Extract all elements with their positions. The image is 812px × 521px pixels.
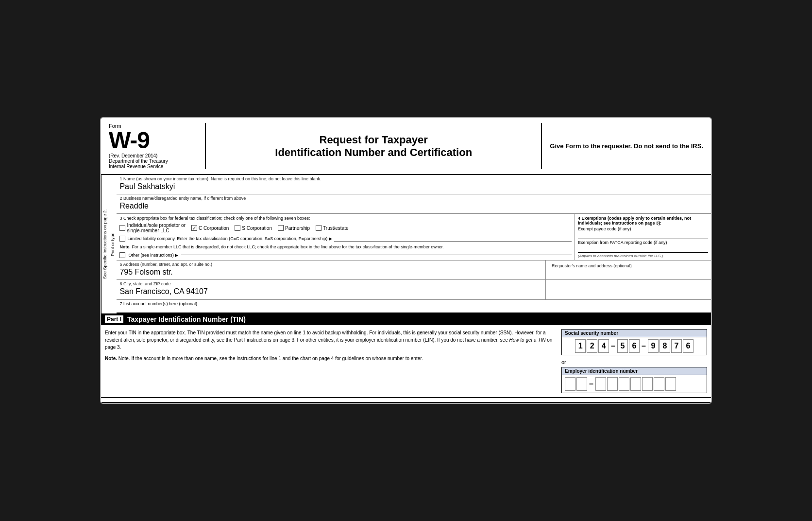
checkbox-c-corp-label: C Corporation [199,226,229,231]
checkbox-s-corp-label: S Corporation [242,226,272,231]
ein-digit-4[interactable] [607,377,618,391]
checkbox-individual[interactable]: Individual/sole proprietor orsingle-memb… [119,223,186,233]
checkbox-partnership-label: Partnership [285,226,310,231]
form-rev: (Rev. December 2014) [109,153,197,158]
llc-text: Limited liability company. Enter the tax… [127,236,332,241]
classification-row: 3 Check appropriate box for federal tax … [117,214,711,260]
ssn-digit-1[interactable]: 1 [575,339,586,353]
requester-value-section[interactable] [546,280,711,299]
ein-label: Employer identification number [562,367,707,375]
checkbox-llc-box[interactable] [119,236,125,242]
checkbox-individual-box[interactable] [119,225,125,231]
ssn-digit-7[interactable]: 8 [660,339,670,353]
form-title-line2: Identification Number and Certification [275,146,472,159]
part-i-body: Enter your TIN in the appropriate box. T… [101,325,711,398]
ein-digit-6[interactable] [630,377,641,391]
form-title-section: Request for Taxpayer Identification Numb… [206,123,541,169]
ein-digit-9[interactable] [665,377,676,391]
ein-box: Employer identification number – [561,367,707,393]
other-line[interactable] [181,255,572,255]
form-header: Form W-9 (Rev. December 2014) Department… [101,118,711,175]
part-i-tin-boxes: Social security number 1 2 4 – 5 6 – 9 8… [561,329,707,393]
fatca-line[interactable] [578,246,708,253]
ssn-digit-4[interactable]: 5 [617,339,628,353]
field1-row: 1 Name (as shown on your income tax retu… [117,175,711,194]
ein-digits-row: – [562,375,707,393]
field6-value[interactable]: San Francisco, CA 94107 [117,286,545,299]
ssn-digit-3[interactable]: 4 [598,339,609,353]
field5-value[interactable]: 795 Folsom str. [117,267,545,279]
note-bold: Note. [119,244,131,249]
ssn-digit-2[interactable]: 2 [587,339,597,353]
checkbox-other-box[interactable] [119,252,125,258]
bottom-line [101,402,711,403]
field2-row: 2 Business name/disregarded entity name,… [117,194,711,214]
or-text: or [561,359,707,365]
part-i-note-bold: Note. [105,356,117,361]
part-i-note-text: Note. If the account is in more than one… [118,356,423,361]
ein-digit-7[interactable] [642,377,653,391]
part-i-how-to: How to get a TIN [509,337,545,343]
part-i-title: Taxpayer Identification Number (TIN) [127,315,246,323]
ein-digit-8[interactable] [654,377,664,391]
classification-header: 3 Check appropriate box for federal tax … [119,216,572,221]
applies-note: (Applies to accounts maintained outside … [578,254,708,258]
field2-value[interactable]: Readdle [117,201,711,213]
checkbox-s-corp-box[interactable] [235,225,240,231]
ssn-digit-6[interactable]: 9 [648,339,659,353]
field7-label: 7 List account number(s) here (optional) [119,301,197,306]
field1-value[interactable]: Paul Sakhatskyi [117,181,711,194]
other-row: Other (see instructions) ▶ [119,252,572,258]
ssn-dash-2: – [641,342,647,350]
form-number: W-9 [109,129,197,152]
exemptions-section: 4 Exemptions (codes apply only to certai… [575,214,711,260]
part-i-header: Part I Taxpayer Identification Number (T… [101,313,711,325]
field7-row: 7 List account number(s) here (optional) [117,300,711,313]
ein-digit-2[interactable] [576,377,587,391]
form-body: See Specific Instructions on page 2. Pri… [101,175,711,313]
ein-digit-1[interactable] [565,377,575,391]
side-label: See Specific Instructions on page 2. Pri… [101,175,117,313]
side-label-line2: See Specific Instructions on page 2. [102,178,108,311]
field6-row: 6 City, state, and ZIP code San Francisc… [117,280,711,300]
ssn-digit-9[interactable]: 6 [683,339,694,353]
other-text: Other (see instructions) ▶ [128,253,178,258]
ssn-digit-5[interactable]: 6 [629,339,640,353]
field1-label: 1 Name (as shown on your income tax retu… [117,175,711,181]
exempt-payee-line[interactable] [578,232,708,239]
part-i-label: Part I [105,315,123,323]
checkbox-c-corp[interactable]: ✓ C Corporation [191,225,229,231]
part-i-note: Note. Note. If the account is in more th… [105,355,554,362]
ein-dash: – [588,380,594,388]
field2-label: 2 Business name/disregarded entity name,… [117,194,711,201]
ein-digit-3[interactable] [595,377,606,391]
checkbox-c-corp-box[interactable]: ✓ [191,225,197,231]
note-text: For a single-member LLC that is disregar… [132,244,443,249]
part-i-instructions-text: Enter your TIN in the appropriate box. T… [105,330,546,343]
field6-left: 6 City, state, and ZIP code San Francisc… [117,280,546,299]
ein-digit-5[interactable] [619,377,629,391]
checkbox-individual-label: Individual/sole proprietor orsingle-memb… [127,223,186,233]
form-dept1: Department of the Treasury [109,158,197,164]
checkbox-s-corp[interactable]: S Corporation [235,225,272,231]
field5-left: 5 Address (number, street, and apt. or s… [117,260,546,279]
note-row: Note. For a single-member LLC that is di… [119,244,572,250]
llc-row: Limited liability company. Enter the tax… [119,235,572,242]
checkbox-trust-box[interactable] [316,225,321,231]
side-label-line1: Print or type [110,178,116,311]
field5-row: 5 Address (number, street, and apt. or s… [117,260,711,280]
exemptions-header: 4 Exemptions (codes apply only to certai… [578,216,708,226]
field6-label: 6 City, state, and ZIP code [117,280,545,286]
form-dept2: Internal Revenue Service [109,164,197,169]
fatca-label: Exemption from FATCA reporting code (if … [578,240,667,245]
checkbox-partnership[interactable]: Partnership [278,225,310,231]
ssn-digit-8[interactable]: 7 [671,339,682,353]
part-i-instructions: Enter your TIN in the appropriate box. T… [105,329,554,393]
ssn-dash-1: – [610,342,616,350]
part-i-para1: Enter your TIN in the appropriate box. T… [105,329,554,351]
llc-line[interactable] [334,235,572,242]
checkbox-trust[interactable]: Trust/estate [316,225,348,231]
checkbox-trust-label: Trust/estate [323,226,348,231]
requester-section: Requester's name and address (optional) [546,260,711,279]
checkbox-partnership-box[interactable] [278,225,284,231]
